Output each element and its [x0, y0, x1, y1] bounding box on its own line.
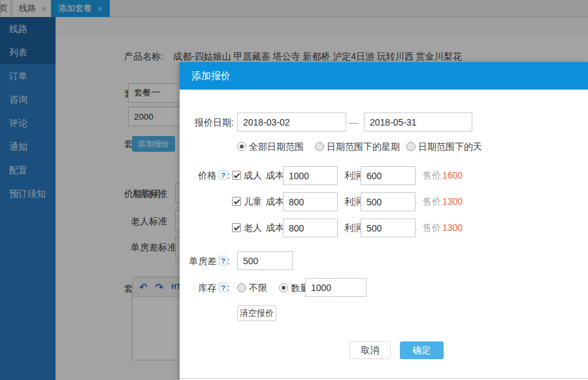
cost-label: 成本 [266, 218, 284, 237]
senior-sale-price: 1300 [442, 218, 463, 237]
quote-date-label: 报价日期: [180, 117, 234, 129]
date-mode-day[interactable]: 日期范围下的天 [406, 141, 482, 153]
modal-bottom-divider [180, 378, 588, 379]
radio-icon[interactable] [315, 142, 324, 151]
app-screen: 页 线路 × 添加套餐 × 线路 列表 订单 咨询 评论 通知 配置 预订须知 … [0, 0, 588, 380]
modal-title: 添加报价 [180, 62, 588, 90]
checkbox-child[interactable] [232, 197, 241, 206]
radio-icon[interactable] [237, 283, 246, 292]
stock-label: 库存 ?: [180, 283, 230, 294]
help-icon[interactable]: ? [219, 256, 227, 266]
cost-label: 成本 [266, 166, 284, 185]
checkbox-senior[interactable] [232, 223, 241, 232]
profit-label: 利润 [344, 166, 363, 185]
sale-label: 售价 [423, 166, 441, 185]
profit-label: 利润 [344, 192, 363, 211]
price-row-adult: 成人 成本 利润 售价 1600 [180, 166, 588, 185]
senior-cost-input[interactable] [283, 218, 338, 237]
sale-label: 售价 [423, 218, 441, 237]
checkbox-adult[interactable] [232, 171, 241, 180]
single-room-label: 单房差 ?: [180, 256, 230, 268]
profit-label: 利润 [344, 218, 363, 237]
date-separator: — [349, 117, 358, 128]
child-sale-price: 1300 [442, 192, 463, 211]
add-quote-modal: 添加报价 报价日期: — 全部日期范围 日期范围下的星期 日期范围下的天 价格 … [180, 62, 588, 380]
child-cost-input[interactable] [283, 192, 338, 211]
radio-icon[interactable] [406, 142, 416, 151]
clear-quote-button[interactable]: 清空报价 [237, 305, 276, 321]
cost-label: 成本 [266, 192, 284, 211]
adult-profit-input[interactable] [361, 166, 416, 185]
price-row-child: 儿童 成本 利润 售价 1300 [180, 192, 588, 211]
confirm-button[interactable]: 确定 [400, 341, 444, 359]
price-row-senior: 老人 成本 利润 售价 1300 [180, 218, 588, 237]
date-from-input[interactable] [237, 112, 346, 131]
stock-quantity-input[interactable] [305, 278, 367, 297]
radio-icon[interactable] [237, 142, 246, 151]
radio-icon[interactable] [279, 283, 288, 292]
date-mode-all[interactable]: 全部日期范围 [237, 141, 304, 153]
help-icon[interactable]: ? [219, 283, 227, 292]
date-to-input[interactable] [364, 112, 472, 131]
sale-label: 售价 [423, 192, 441, 211]
adult-sale-price: 1600 [442, 166, 463, 185]
adult-cost-input[interactable] [283, 166, 338, 185]
child-profit-input[interactable] [361, 192, 416, 211]
cancel-button[interactable]: 取消 [350, 341, 391, 359]
stock-unlimited-option[interactable]: 不限 [237, 283, 267, 294]
single-room-input[interactable] [237, 251, 293, 270]
date-mode-weekday[interactable]: 日期范围下的星期 [315, 141, 400, 153]
senior-profit-input[interactable] [361, 218, 416, 237]
